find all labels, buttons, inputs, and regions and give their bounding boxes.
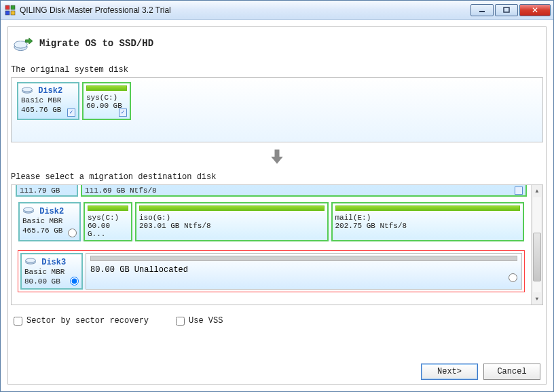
minimize-button[interactable] xyxy=(470,4,494,16)
disk-row-cutoff: 111.79 GB 111.69 GB Ntfs/8 xyxy=(16,185,527,197)
page-title: Migrate OS to SSD/HD xyxy=(39,38,153,49)
window-title: QILING Disk Master Professional 3.2 Tria… xyxy=(20,5,171,15)
svg-rect-1 xyxy=(11,5,15,9)
partition-checkbox[interactable]: ✓ xyxy=(119,109,127,117)
next-button[interactable]: Next> xyxy=(421,364,478,380)
partition-name: sys(C:) xyxy=(86,94,127,102)
destination-disk3-block[interactable]: Disk3 Basic MBR 80.00 GB 80.00 GB Unallo… xyxy=(16,248,527,294)
destination-label: Please select a migration destination di… xyxy=(8,172,546,184)
disk-name: Disk2 xyxy=(39,207,64,216)
svg-point-9 xyxy=(22,87,33,92)
svg-point-11 xyxy=(24,208,34,212)
disk2-card[interactable]: Disk2 Basic MBR 465.76 GB xyxy=(18,202,81,241)
disk-name: Disk3 xyxy=(41,258,66,267)
svg-point-13 xyxy=(26,258,36,262)
titlebar: QILING Disk Master Professional 3.2 Tria… xyxy=(1,1,553,20)
source-partition-card[interactable]: sys(C:) 60.00 GB ✓ xyxy=(82,82,131,120)
footer-buttons: Next> Cancel xyxy=(421,364,540,380)
partition-usage-bar xyxy=(86,85,127,91)
arrow-down-icon xyxy=(8,142,546,172)
original-disk-label: The original system disk xyxy=(8,65,546,77)
content-panel: Migrate OS to SSD/HD The original system… xyxy=(7,26,547,385)
disk3-unallocated[interactable]: 80.00 GB Unallocated xyxy=(86,253,522,290)
svg-rect-0 xyxy=(5,5,10,9)
use-vss-option[interactable]: Use VSS xyxy=(176,316,223,326)
vertical-scrollbar[interactable]: ▲ ▼ xyxy=(531,185,542,305)
cutoff-partition: 111.69 GB Ntfs/8 xyxy=(81,185,527,197)
disk-size: 465.76 GB xyxy=(21,106,61,114)
svg-rect-3 xyxy=(11,11,15,15)
destination-panel: 111.79 GB 111.69 GB Ntfs/8 Disk2 Basic M… xyxy=(11,184,543,305)
svg-rect-4 xyxy=(479,11,485,12)
scroll-up-button[interactable]: ▲ xyxy=(532,185,542,197)
disk3-card[interactable]: Disk3 Basic MBR 80.00 GB xyxy=(20,253,83,290)
disk-checkbox[interactable]: ✓ xyxy=(67,109,75,117)
svg-rect-2 xyxy=(5,11,10,15)
disk-name: Disk2 xyxy=(38,86,62,96)
cancel-button[interactable]: Cancel xyxy=(483,364,540,380)
source-panel: Disk2 Basic MBR 465.76 GB ✓ sys(C:) 60.0… xyxy=(11,77,543,142)
disk3-radio[interactable] xyxy=(70,277,79,286)
scroll-thumb[interactable] xyxy=(533,233,541,281)
app-icon xyxy=(5,5,16,16)
maximize-button[interactable] xyxy=(495,4,518,16)
scroll-down-button[interactable]: ▼ xyxy=(532,293,542,305)
sector-checkbox[interactable] xyxy=(14,317,22,326)
close-button[interactable]: ✕ xyxy=(519,4,551,16)
cutoff-disk-size: 111.79 GB xyxy=(16,185,78,197)
options-row: Sector by sector recovery Use VSS xyxy=(8,305,546,326)
sector-by-sector-option[interactable]: Sector by sector recovery xyxy=(14,316,149,326)
destination-disk2-block[interactable]: Disk2 Basic MBR 465.76 GB sys(C:) 60.00 … xyxy=(16,199,527,244)
disk2-radio[interactable] xyxy=(68,229,77,237)
disk2-part-iso[interactable]: iso(G:) 203.01 GB Ntfs/8 xyxy=(135,202,329,241)
page-header: Migrate OS to SSD/HD xyxy=(8,27,546,65)
unallocated-radio[interactable] xyxy=(509,273,517,282)
disk2-part-sys[interactable]: sys(C:) 60.00 G... xyxy=(84,202,132,241)
disk-type: Basic MBR xyxy=(21,96,61,104)
vss-checkbox[interactable] xyxy=(176,317,185,326)
disk2-part-mail[interactable]: mail(E:) 202.75 GB Ntfs/8 xyxy=(331,202,525,241)
svg-rect-5 xyxy=(504,7,509,12)
migrate-icon xyxy=(14,34,33,53)
source-disk-card[interactable]: Disk2 Basic MBR 465.76 GB ✓ xyxy=(17,82,79,120)
